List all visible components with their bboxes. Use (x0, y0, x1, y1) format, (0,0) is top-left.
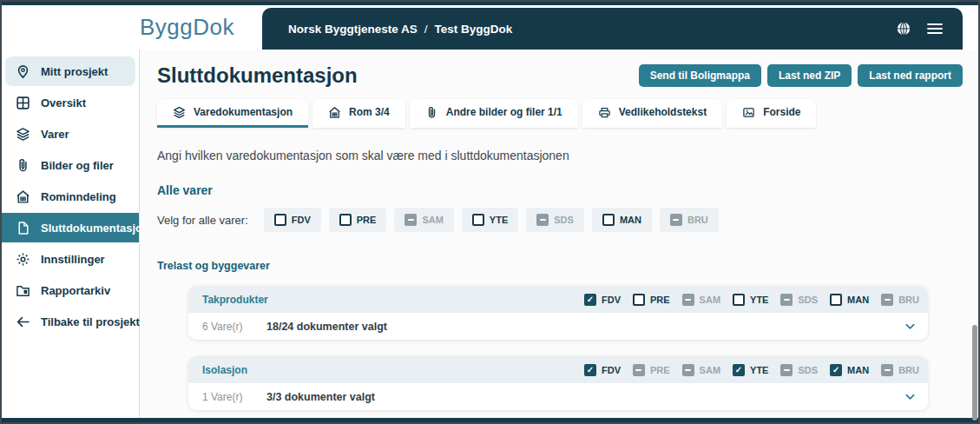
checkbox-label: SDS (798, 295, 818, 305)
send-til-boligmappa-button[interactable]: Send til Boligmappa (639, 64, 761, 87)
checkbox-isolasjon-yte[interactable]: YTE (733, 364, 768, 376)
checkbox-takprodukter-fdv[interactable]: FDV (584, 294, 621, 306)
group-card-header: Takprodukter FDV PRE SAM YTE SDS MAN BRU (188, 286, 928, 313)
bottom-accent-strip (2, 418, 978, 422)
sidebar-item-innstillinger[interactable]: Innstillinger (5, 244, 135, 274)
checkbox-box (536, 214, 549, 226)
checkbox-takprodukter-sam: SAM (682, 294, 720, 306)
checkbox-label: SAM (422, 215, 443, 225)
sidebar-item-sluttdokumentasjon[interactable]: Sluttdokumentasjon (2, 213, 139, 242)
group-card-body: 1 Vare(r) 3/3 dokumenter valgt (188, 383, 928, 410)
tab-label: Varedokumentasjon (194, 106, 293, 118)
sidebar: Mitt prosjekt Oversikt Varer Bilder og f… (2, 50, 140, 418)
group-docs-selected: 18/24 dokumenter valgt (266, 321, 387, 333)
checkbox-box (733, 364, 745, 376)
layers-icon (16, 127, 30, 142)
page-description: Angi hvilken varedokumentasjon som skal … (157, 149, 963, 162)
checkbox-isolasjon-sam: SAM (682, 364, 720, 376)
sidebar-item-bilder-og-filer[interactable]: Bilder og filer (5, 150, 135, 180)
checkbox-all-yte[interactable]: YTE (462, 208, 518, 232)
paperclip-icon (16, 158, 30, 173)
checkbox-isolasjon-man[interactable]: MAN (830, 364, 869, 376)
sidebar-item-rapportarkiv[interactable]: Rapportarkiv (5, 275, 135, 305)
document-icon (16, 221, 30, 235)
sidebar-item-label: Rapportarkiv (41, 284, 110, 297)
globe-icon[interactable] (895, 20, 912, 37)
group-docs-selected: 3/3 dokumenter valgt (266, 391, 375, 403)
checkbox-all-sds: SDS (526, 208, 584, 232)
breadcrumb-separator: / (424, 23, 428, 36)
last-ned-rapport-button[interactable]: Last ned rapport (858, 64, 963, 87)
tab-label: Rom 3/4 (349, 106, 390, 118)
app-header: ByggDok Norsk Byggtjeneste AS / Test Byg… (2, 5, 978, 50)
checkbox-takprodukter-bru: BRU (881, 294, 919, 306)
tab-label: Vedlikeholdstekst (619, 106, 707, 118)
tab-bar: Varedokumentasjon Rom 3/4 Andre bilder o… (157, 99, 963, 128)
sidebar-item-label: Oversikt (41, 96, 86, 109)
breadcrumb: Norsk Byggtjeneste AS / Test ByggDok (288, 23, 512, 36)
last-ned-zip-button[interactable]: Last ned ZIP (767, 64, 852, 87)
house-icon (328, 106, 341, 119)
checkbox-label: SDS (798, 365, 818, 375)
checkbox-box (682, 364, 694, 376)
checkbox-takprodukter-pre[interactable]: PRE (633, 294, 670, 306)
checkbox-label: YTE (750, 365, 768, 375)
tab-varedokumentasjon[interactable]: Varedokumentasjon (157, 99, 308, 128)
checkbox-label: BRU (687, 215, 708, 225)
sidebar-item-oversikt[interactable]: Oversikt (5, 88, 135, 117)
chevron-down-icon[interactable] (904, 390, 918, 404)
checkbox-box (682, 294, 694, 306)
gear-icon (16, 252, 30, 267)
paperclip-icon (425, 106, 438, 119)
checkbox-takprodukter-man[interactable]: MAN (830, 294, 869, 306)
header-actions: Send til Boligmappa Last ned ZIP Last ne… (639, 64, 963, 87)
checkbox-isolasjon-fdv[interactable]: FDV (584, 364, 621, 376)
checkbox-label: PRE (650, 365, 670, 375)
checkbox-all-sam: SAM (394, 208, 453, 232)
checkbox-all-bru: BRU (660, 208, 719, 232)
checkbox-box (472, 214, 484, 226)
tab-rom[interactable]: Rom 3/4 (312, 99, 405, 128)
group-card-body: 6 Vare(r) 18/24 dokumenter valgt (188, 313, 928, 340)
app-body: Mitt prosjekt Oversikt Varer Bilder og f… (2, 50, 978, 418)
all-items-heading: Alle varer (157, 183, 963, 197)
chevron-down-icon[interactable] (904, 320, 918, 334)
group-card-header: Isolasjon FDV PRE SAM YTE SDS MAN BRU (188, 356, 928, 383)
tab-forside[interactable]: Forside (727, 99, 816, 128)
house-icon (16, 189, 30, 204)
checkbox-box (670, 214, 682, 226)
checkbox-label: PRE (650, 295, 670, 305)
sidebar-item-rominndeling[interactable]: Rominndeling (5, 182, 135, 211)
group-name: Takprodukter (202, 294, 268, 306)
checkbox-all-pre[interactable]: PRE (329, 208, 387, 232)
checkbox-takprodukter-yte[interactable]: YTE (733, 294, 768, 306)
arrow-left-icon (16, 315, 30, 329)
menu-icon[interactable] (926, 20, 944, 37)
checkbox-label: SAM (700, 295, 720, 305)
checkbox-isolasjon-bru: BRU (881, 364, 919, 376)
checkbox-all-man[interactable]: MAN (592, 208, 652, 232)
group-item-count: 1 Vare(r) (202, 391, 266, 403)
checkbox-label: MAN (620, 215, 641, 225)
breadcrumb-org[interactable]: Norsk Byggtjeneste AS (288, 23, 418, 36)
breadcrumb-project[interactable]: Test ByggDok (435, 23, 513, 36)
tab-andre-bilder-og-filer[interactable]: Andre bilder og filer 1/1 (410, 99, 578, 128)
folder-icon (16, 283, 30, 298)
location-pin-icon (16, 64, 30, 79)
checkbox-takprodukter-sds: SDS (780, 294, 818, 306)
checkbox-label: FDV (602, 295, 621, 305)
tab-vedlikeholdstekst[interactable]: Vedlikeholdstekst (582, 99, 722, 128)
checkbox-all-fdv[interactable]: FDV (264, 208, 321, 232)
sidebar-item-tilbake-til-prosjekter[interactable]: Tilbake til prosjekter (5, 307, 135, 336)
checkbox-label: PRE (357, 215, 377, 225)
sidebar-item-label: Sluttdokumentasjon (41, 222, 149, 235)
sidebar-item-mitt-prosjekt[interactable]: Mitt prosjekt (5, 56, 135, 86)
checkbox-box (633, 364, 645, 376)
sidebar-item-varer[interactable]: Varer (5, 119, 135, 149)
app-window: ByggDok Norsk Byggtjeneste AS / Test Byg… (0, 0, 980, 424)
app-logo: ByggDok (140, 14, 234, 41)
sidebar-item-label: Innstillinger (41, 253, 105, 266)
scrollbar[interactable] (972, 325, 977, 421)
sidebar-item-label: Bilder og filer (41, 159, 114, 172)
checkbox-label: BRU (898, 365, 919, 375)
